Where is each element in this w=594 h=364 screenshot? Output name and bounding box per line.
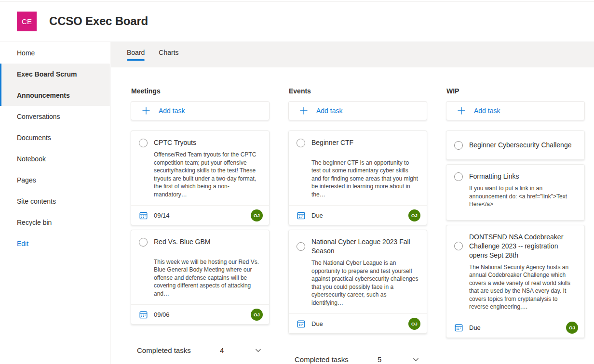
- assignee-avatar[interactable]: OJ: [408, 318, 420, 330]
- sidebar-edit-link[interactable]: Edit: [0, 233, 110, 254]
- task-checkbox[interactable]: [454, 141, 463, 150]
- site-title: CCSO Exec Board: [49, 14, 148, 28]
- task-card[interactable]: Beginner CTF The beginner CTF is an oppo…: [288, 130, 427, 225]
- due-date: 09/06: [154, 311, 170, 318]
- task-card-footer: Due OJ: [289, 313, 427, 333]
- column-title: WIP: [446, 87, 585, 95]
- task-card[interactable]: Beginner Cybersecurity Challenge: [446, 130, 585, 160]
- task-card[interactable]: Red Vs. Blue GBM This week we will be ho…: [131, 230, 270, 325]
- calendar-icon: [297, 211, 305, 220]
- task-title: Beginner Cybersecurity Challenge: [469, 141, 571, 150]
- task-card[interactable]: Formatting Links If you want to put a li…: [446, 164, 585, 221]
- sidebar-item-announcements[interactable]: Announcements: [0, 85, 110, 106]
- sidebar-item-conversations[interactable]: Conversations: [0, 106, 110, 127]
- task-title: Formatting Links: [469, 172, 519, 181]
- sidebar-item-notebook[interactable]: Notebook: [0, 148, 110, 169]
- sidebar-item-home[interactable]: Home: [0, 42, 110, 64]
- due-date: Due: [469, 324, 481, 331]
- task-card-footer: 09/06 OJ: [131, 304, 269, 324]
- tab-bar: Board Charts: [111, 42, 594, 67]
- sidebar-item-pages[interactable]: Pages: [0, 169, 110, 191]
- site-logo[interactable]: CE: [17, 12, 37, 31]
- due-date: Due: [311, 212, 323, 219]
- sidebar-item-site-contents[interactable]: Site contents: [0, 191, 110, 212]
- task-checkbox[interactable]: [139, 238, 148, 247]
- sidebar-item-documents[interactable]: Documents: [0, 127, 110, 148]
- assignee-avatar[interactable]: OJ: [408, 209, 420, 221]
- task-card[interactable]: CPTC Tryouts Offense/Red Team tryouts fo…: [131, 130, 270, 225]
- task-title: CPTC Tryouts: [154, 138, 196, 147]
- add-task-label: Add task: [474, 107, 500, 115]
- calendar-icon: [455, 324, 463, 332]
- task-card[interactable]: DONTSEND NSA Codebreaker Challenge 2023 …: [446, 225, 585, 338]
- site-header: CE CCSO Exec Board: [0, 1, 594, 41]
- completed-tasks-label: Completed tasks: [137, 346, 220, 354]
- task-checkbox[interactable]: [139, 139, 148, 147]
- task-checkbox[interactable]: [297, 139, 305, 147]
- sidebar-item-recycle-bin[interactable]: Recycle bin: [0, 212, 110, 233]
- column-title: Meetings: [131, 87, 270, 95]
- tab-board[interactable]: Board: [127, 42, 145, 67]
- sidebar: Home Exec Board Scrum Announcements Conv…: [0, 42, 110, 364]
- task-board: Meetings Add task CPTC Tryouts: [111, 67, 594, 364]
- task-description: Offense/Red Team tryouts for the CPTC co…: [154, 151, 261, 198]
- app-window: CE CCSO Exec Board Home Exec Board Scrum…: [0, 0, 594, 364]
- calendar-icon: [297, 320, 305, 328]
- plus-icon: [141, 106, 151, 116]
- add-task-label: Add task: [316, 107, 342, 115]
- board-column-wip: WIP Add task Beginner Cybersecurity Chal…: [446, 87, 585, 338]
- task-checkbox[interactable]: [297, 242, 305, 251]
- add-task-button[interactable]: Add task: [288, 101, 427, 120]
- completed-tasks-count: 5: [378, 355, 381, 364]
- task-title: Red Vs. Blue GBM: [154, 237, 211, 247]
- due-date: Due: [311, 320, 323, 327]
- completed-tasks-count: 4: [220, 346, 224, 354]
- chevron-down-icon: [255, 347, 262, 354]
- board-column-meetings: Meetings Add task CPTC Tryouts: [131, 87, 270, 354]
- completed-tasks-toggle[interactable]: Completed tasks 5: [288, 355, 427, 364]
- completed-tasks-label: Completed tasks: [295, 355, 378, 364]
- sidebar-item-exec-board-scrum[interactable]: Exec Board Scrum: [0, 64, 110, 85]
- assignee-avatar[interactable]: OJ: [566, 322, 578, 334]
- task-checkbox[interactable]: [454, 172, 463, 181]
- card-list: CPTC Tryouts Offense/Red Team tryouts fo…: [131, 130, 270, 325]
- card-list: Beginner Cybersecurity Challenge Formatt…: [446, 130, 585, 338]
- calendar-icon: [139, 311, 148, 319]
- assignee-avatar[interactable]: OJ: [251, 209, 263, 221]
- due-date: 09/14: [154, 212, 170, 219]
- task-description: The beginner CTF is an opportunity to te…: [311, 151, 419, 198]
- add-task-button[interactable]: Add task: [446, 101, 585, 120]
- task-checkbox[interactable]: [454, 242, 463, 250]
- task-description: If you want to put a link in an announce…: [469, 184, 577, 208]
- task-card-footer: Due OJ: [289, 205, 427, 225]
- add-task-label: Add task: [159, 107, 185, 115]
- calendar-icon: [139, 211, 148, 220]
- task-title: National Cyber League 2023 Fall Season: [311, 237, 419, 256]
- plus-icon: [299, 106, 309, 116]
- tab-charts[interactable]: Charts: [159, 42, 178, 67]
- task-description: This week we will be hosting our Red Vs.…: [154, 250, 261, 298]
- task-title: Beginner CTF: [311, 138, 353, 147]
- add-task-button[interactable]: Add task: [131, 101, 270, 120]
- task-description: The National Security Agency hosts an an…: [469, 263, 577, 311]
- task-card[interactable]: National Cyber League 2023 Fall Season T…: [288, 230, 427, 334]
- board-column-events: Events Add task Beginner CTF: [288, 87, 427, 364]
- card-list: Beginner CTF The beginner CTF is an oppo…: [288, 130, 427, 334]
- chevron-down-icon: [412, 356, 419, 363]
- completed-tasks-toggle[interactable]: Completed tasks 4: [131, 346, 270, 354]
- task-card-footer: 09/14 OJ: [131, 205, 269, 225]
- assignee-avatar[interactable]: OJ: [251, 309, 263, 321]
- main-content: Board Charts Meetings Add task: [111, 42, 594, 364]
- column-title: Events: [289, 87, 427, 95]
- task-title: DONTSEND NSA Codebreaker Challenge 2023 …: [469, 233, 577, 260]
- task-description: The National Cyber League is an opportun…: [311, 259, 419, 307]
- plus-icon: [457, 106, 466, 116]
- task-card-footer: Due OJ: [446, 318, 584, 338]
